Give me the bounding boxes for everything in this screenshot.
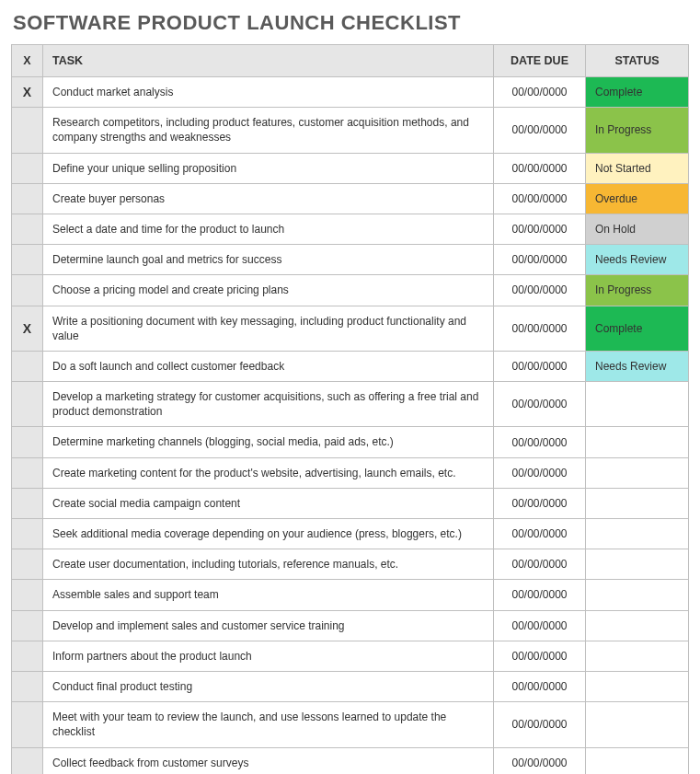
task-cell: Seek additional media coverage depending…	[43, 519, 494, 549]
check-cell[interactable]	[12, 245, 43, 275]
header-date: DATE DUE	[494, 45, 586, 77]
status-cell[interactable]	[586, 747, 689, 774]
status-cell[interactable]: Overdue	[586, 183, 689, 214]
check-cell[interactable]	[12, 671, 43, 701]
status-cell[interactable]: Needs Review	[586, 245, 689, 275]
status-cell[interactable]	[586, 610, 689, 641]
check-cell[interactable]	[12, 747, 43, 774]
check-cell[interactable]	[12, 214, 43, 244]
date-cell[interactable]: 00/00/0000	[494, 747, 586, 774]
task-cell: Create user documentation, including tut…	[43, 549, 494, 580]
check-cell[interactable]	[12, 580, 43, 610]
check-cell[interactable]: X	[12, 77, 43, 108]
task-cell: Select a date and time for the product t…	[43, 214, 494, 244]
check-cell[interactable]: X	[12, 306, 43, 351]
task-cell: Research competitors, including product …	[43, 108, 494, 153]
status-cell[interactable]	[586, 488, 689, 518]
date-cell[interactable]: 00/00/0000	[494, 427, 586, 457]
date-cell[interactable]: 00/00/0000	[494, 382, 586, 427]
task-cell: Do a soft launch and collect customer fe…	[43, 351, 494, 381]
date-cell[interactable]: 00/00/0000	[494, 457, 586, 488]
check-cell[interactable]	[12, 351, 43, 381]
check-cell[interactable]	[12, 488, 43, 518]
status-cell[interactable]: Not Started	[586, 153, 689, 183]
header-status: STATUS	[586, 45, 689, 77]
task-cell: Develop a marketing strategy for custome…	[43, 382, 494, 427]
task-cell: Create social media campaign content	[43, 488, 494, 518]
check-cell[interactable]	[12, 457, 43, 488]
header-row: X TASK DATE DUE STATUS	[12, 45, 689, 77]
status-cell[interactable]	[586, 382, 689, 427]
date-cell[interactable]: 00/00/0000	[494, 214, 586, 244]
check-cell[interactable]	[12, 641, 43, 671]
check-cell[interactable]	[12, 702, 43, 747]
date-cell[interactable]: 00/00/0000	[494, 306, 586, 351]
status-cell[interactable]	[586, 549, 689, 580]
check-cell[interactable]	[12, 610, 43, 641]
task-cell: Determine marketing channels (blogging, …	[43, 427, 494, 457]
date-cell[interactable]: 00/00/0000	[494, 641, 586, 671]
task-cell: Determine launch goal and metrics for su…	[43, 245, 494, 275]
check-cell[interactable]	[12, 108, 43, 153]
date-cell[interactable]: 00/00/0000	[494, 153, 586, 183]
date-cell[interactable]: 00/00/0000	[494, 702, 586, 747]
task-cell: Create marketing content for the product…	[43, 457, 494, 488]
date-cell[interactable]: 00/00/0000	[494, 519, 586, 549]
check-cell[interactable]	[12, 427, 43, 457]
task-cell: Define your unique selling proposition	[43, 153, 494, 183]
status-cell[interactable]	[586, 702, 689, 747]
status-cell[interactable]	[586, 641, 689, 671]
date-cell[interactable]: 00/00/0000	[494, 351, 586, 381]
table-row: Define your unique selling proposition00…	[12, 153, 689, 183]
status-cell[interactable]: Needs Review	[586, 351, 689, 381]
header-task: TASK	[43, 45, 494, 77]
table-row: Collect feedback from customer surveys00…	[12, 747, 689, 774]
status-cell[interactable]	[586, 519, 689, 549]
table-row: Develop and implement sales and customer…	[12, 610, 689, 641]
table-row: Create marketing content for the product…	[12, 457, 689, 488]
task-cell: Choose a pricing model and create pricin…	[43, 275, 494, 306]
check-cell[interactable]	[12, 519, 43, 549]
date-cell[interactable]: 00/00/0000	[494, 108, 586, 153]
table-row: Inform partners about the product launch…	[12, 641, 689, 671]
check-cell[interactable]	[12, 153, 43, 183]
task-cell: Write a positioning document with key me…	[43, 306, 494, 351]
task-cell: Conduct market analysis	[43, 77, 494, 108]
status-cell[interactable]: In Progress	[586, 108, 689, 153]
date-cell[interactable]: 00/00/0000	[494, 549, 586, 580]
status-cell[interactable]: On Hold	[586, 214, 689, 244]
status-cell[interactable]	[586, 457, 689, 488]
status-cell[interactable]: Complete	[586, 77, 689, 108]
task-cell: Assemble sales and support team	[43, 580, 494, 610]
check-cell[interactable]	[12, 549, 43, 580]
date-cell[interactable]: 00/00/0000	[494, 610, 586, 641]
table-row: Choose a pricing model and create pricin…	[12, 275, 689, 306]
table-row: XConduct market analysis00/00/0000Comple…	[12, 77, 689, 108]
task-cell: Develop and implement sales and customer…	[43, 610, 494, 641]
status-cell[interactable]	[586, 580, 689, 610]
table-row: Determine launch goal and metrics for su…	[12, 245, 689, 275]
table-row: Do a soft launch and collect customer fe…	[12, 351, 689, 381]
status-cell[interactable]	[586, 671, 689, 701]
date-cell[interactable]: 00/00/0000	[494, 580, 586, 610]
status-cell[interactable]: In Progress	[586, 275, 689, 306]
check-cell[interactable]	[12, 275, 43, 306]
status-cell[interactable]	[586, 427, 689, 457]
date-cell[interactable]: 00/00/0000	[494, 183, 586, 214]
table-row: Conduct final product testing00/00/0000	[12, 671, 689, 701]
table-row: XWrite a positioning document with key m…	[12, 306, 689, 351]
table-row: Create user documentation, including tut…	[12, 549, 689, 580]
page-title: SOFTWARE PRODUCT LAUNCH CHECKLIST	[13, 11, 689, 35]
table-row: Create buyer personas00/00/0000Overdue	[12, 183, 689, 214]
task-cell: Inform partners about the product launch	[43, 641, 494, 671]
date-cell[interactable]: 00/00/0000	[494, 671, 586, 701]
date-cell[interactable]: 00/00/0000	[494, 245, 586, 275]
date-cell[interactable]: 00/00/0000	[494, 77, 586, 108]
date-cell[interactable]: 00/00/0000	[494, 488, 586, 518]
date-cell[interactable]: 00/00/0000	[494, 275, 586, 306]
check-cell[interactable]	[12, 382, 43, 427]
check-cell[interactable]	[12, 183, 43, 214]
status-cell[interactable]: Complete	[586, 306, 689, 351]
task-cell: Conduct final product testing	[43, 671, 494, 701]
task-cell: Collect feedback from customer surveys	[43, 747, 494, 774]
